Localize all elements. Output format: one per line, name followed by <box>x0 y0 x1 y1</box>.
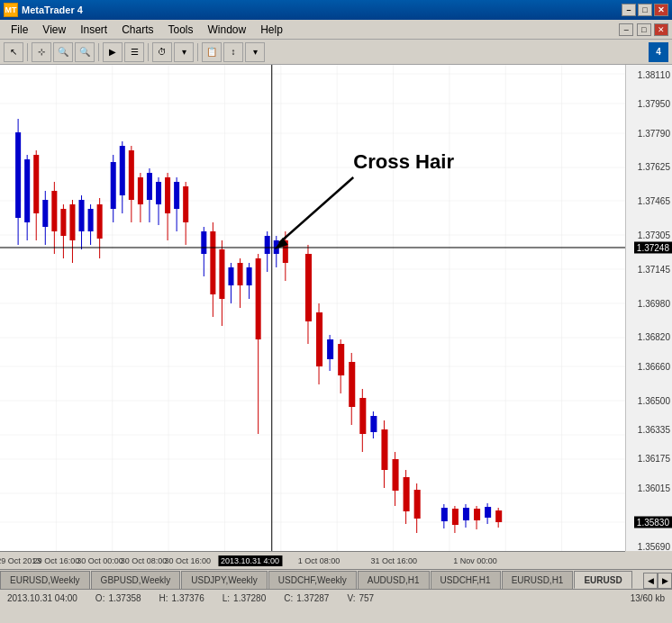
svg-rect-118 <box>495 510 502 522</box>
status-bar: 2013.10.31 04:00 O: 1.37358 H: 1.37376 L… <box>0 589 672 607</box>
svg-rect-52 <box>129 150 134 200</box>
tb-drop2[interactable]: ▾ <box>245 42 265 62</box>
status-high-label: H: <box>159 593 168 603</box>
status-volume: V: 757 <box>347 593 374 603</box>
tab-scroll-left[interactable]: ◀ <box>643 573 658 589</box>
svg-rect-68 <box>210 231 215 294</box>
price-label-9: 1.36660 <box>638 361 670 371</box>
x-label-7: 1 Nov 00:00 <box>453 556 497 565</box>
tb-bar[interactable]: ▶ <box>103 42 123 62</box>
svg-rect-102 <box>393 459 399 491</box>
window-title: MetaTrader 4 <box>22 5 83 15</box>
svg-rect-110 <box>452 509 459 525</box>
tb-period-drop[interactable]: ▾ <box>174 42 194 62</box>
title-controls: – □ ✕ <box>622 4 668 16</box>
price-label-5: 1.37305 <box>638 230 670 240</box>
svg-rect-28 <box>15 132 21 218</box>
svg-rect-106 <box>414 490 421 519</box>
svg-rect-30 <box>24 159 30 222</box>
tb-candle[interactable]: ☰ <box>124 42 144 62</box>
tab-gbpusd-weekly[interactable]: GBPUSD,Weekly <box>91 571 181 589</box>
menu-tools[interactable]: Tools <box>161 22 201 38</box>
x-label-5: 1 Oct 08:00 <box>298 556 341 565</box>
minimize-button[interactable]: – <box>622 4 636 16</box>
svg-rect-86 <box>305 254 312 321</box>
tab-eurusd-h1[interactable]: EURUSD,H1 <box>502 571 574 589</box>
svg-rect-104 <box>404 477 410 511</box>
close-button[interactable]: ✕ <box>654 4 668 16</box>
svg-rect-88 <box>316 312 322 366</box>
tb-num4[interactable]: 4 <box>649 42 668 62</box>
status-open-label: O: <box>95 593 105 603</box>
tab-usdjpy-weekly[interactable]: USDJPY,Weekly <box>181 571 268 589</box>
svg-rect-62 <box>174 182 179 209</box>
svg-rect-34 <box>42 200 48 227</box>
app-icon-text: MT <box>5 5 17 14</box>
tab-scroll-right[interactable]: ▶ <box>658 573 672 589</box>
menu-charts[interactable]: Charts <box>114 22 160 38</box>
menu-view[interactable]: View <box>35 22 73 38</box>
svg-rect-50 <box>120 146 125 195</box>
status-close: C: 1.37287 <box>284 593 329 603</box>
svg-rect-48 <box>111 162 116 209</box>
menu-insert[interactable]: Insert <box>73 22 114 38</box>
svg-rect-38 <box>60 209 66 236</box>
price-label-8: 1.36820 <box>638 332 670 342</box>
price-label-6: 1.37145 <box>638 264 670 274</box>
tab-audusd-h1[interactable]: AUDUSD,H1 <box>358 571 430 589</box>
menu-file[interactable]: File <box>4 22 35 38</box>
tb-crosshair[interactable]: ⊹ <box>32 42 51 62</box>
svg-rect-92 <box>338 344 344 375</box>
x-label-2: 30 Oct 00:00 <box>77 556 123 565</box>
x-axis: 29 Oct 2013 29 Oct 16:00 30 Oct 00:00 30… <box>0 551 625 569</box>
price-label-0: 1.38110 <box>638 69 670 79</box>
tab-eurusd-weekly[interactable]: EURUSD,Weekly <box>0 571 90 589</box>
svg-rect-94 <box>349 362 355 407</box>
status-datetime: 2013.10.31 04:00 <box>7 593 77 603</box>
mdi-close[interactable]: ✕ <box>654 23 668 36</box>
svg-rect-112 <box>463 508 469 520</box>
svg-rect-0 <box>0 65 625 551</box>
maximize-button[interactable]: □ <box>638 4 652 16</box>
tb-arrow[interactable]: ↖ <box>4 42 23 62</box>
menu-window[interactable]: Window <box>201 22 254 38</box>
status-low: L: 1.37280 <box>222 593 267 603</box>
tb-separator-2 <box>98 43 99 61</box>
svg-rect-108 <box>441 508 448 521</box>
svg-rect-58 <box>156 182 161 204</box>
svg-rect-40 <box>69 204 75 240</box>
svg-rect-44 <box>88 209 94 231</box>
svg-rect-46 <box>97 204 103 239</box>
price-label-7: 1.36980 <box>638 298 670 308</box>
tb-template[interactable]: 📋 <box>202 42 222 62</box>
status-open-value: 1.37358 <box>108 593 141 603</box>
tb-zoomout[interactable]: 🔍 <box>75 42 95 62</box>
svg-rect-78 <box>256 258 261 339</box>
svg-rect-66 <box>201 231 206 254</box>
toolbar: ↖ ⊹ 🔍 🔍 ▶ ☰ ⏱ ▾ 📋 ↕ ▾ 4 <box>0 40 672 65</box>
svg-rect-98 <box>370 416 377 432</box>
price-axis: 1.38110 1.37950 1.37790 1.37625 1.37465 … <box>625 65 672 551</box>
tb-separator-4 <box>197 43 198 61</box>
svg-rect-74 <box>238 263 243 285</box>
status-high: H: 1.37376 <box>159 593 204 603</box>
price-label-2: 1.37790 <box>638 128 670 138</box>
tb-period[interactable]: ⏱ <box>152 42 172 62</box>
svg-rect-36 <box>51 191 57 231</box>
tab-usdchf-weekly[interactable]: USDCHF,Weekly <box>268 571 357 589</box>
tb-separator-3 <box>148 43 149 61</box>
mdi-minimize[interactable]: – <box>619 23 633 36</box>
svg-rect-114 <box>474 509 480 520</box>
svg-rect-32 <box>33 155 39 213</box>
chart-main[interactable]: EURUSD,H1 1.35872 1.35886 1.35830 1.3583… <box>0 65 625 551</box>
mdi-maximize[interactable]: □ <box>637 23 651 36</box>
status-volume-value: 757 <box>359 593 374 603</box>
tab-usdchf-h1[interactable]: USDCHF,H1 <box>431 571 501 589</box>
tab-eurusd-active[interactable]: EURUSD <box>574 571 631 589</box>
tb-separator-1 <box>27 43 28 61</box>
menu-help[interactable]: Help <box>253 22 290 38</box>
x-label-3: 30 Oct 08:00 <box>121 556 168 565</box>
tb-zoomin[interactable]: 🔍 <box>53 42 73 62</box>
tb-chart-shift[interactable]: ↕ <box>223 42 243 62</box>
price-label-14: 1.35690 <box>638 541 670 551</box>
